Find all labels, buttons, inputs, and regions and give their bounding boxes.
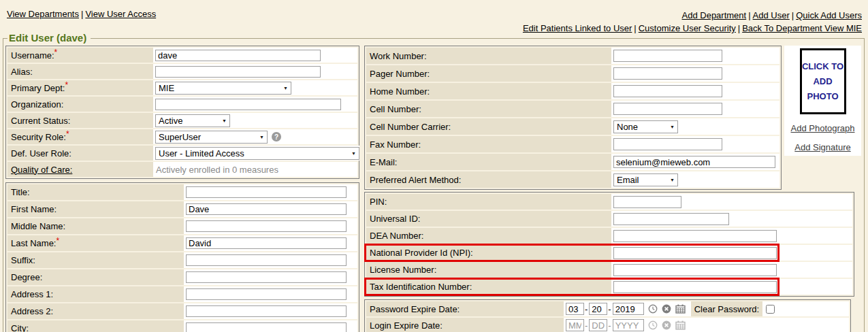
clear-password-label: Clear Password: — [691, 301, 762, 316]
first-name-label: First Name: — [11, 204, 57, 214]
help-icon[interactable]: ? — [272, 132, 281, 142]
required-marker: * — [56, 236, 59, 246]
home-number-input[interactable] — [613, 85, 722, 97]
city-input[interactable] — [186, 322, 347, 332]
work-number-input[interactable] — [613, 50, 722, 62]
cell-carrier-select[interactable]: None▼ — [613, 120, 678, 133]
title-input[interactable] — [186, 186, 347, 198]
pager-number-input[interactable] — [613, 67, 722, 80]
form-row-cell-number: Cell Number: — [366, 101, 779, 117]
date-separator: - — [585, 320, 588, 331]
password-expire-day-input[interactable] — [589, 303, 607, 315]
chevron-down-icon: ▼ — [222, 118, 227, 123]
add-photograph-link[interactable]: Add Photograph — [791, 123, 855, 133]
calendar-icon[interactable] — [675, 320, 686, 330]
login-expire-year-input[interactable] — [613, 319, 644, 331]
clear-date-icon[interactable] — [662, 320, 671, 330]
first-name-input[interactable] — [186, 203, 347, 215]
form-row-security-role: Security Role:* SuperUser▼? — [7, 129, 357, 144]
email-field[interactable] — [613, 156, 775, 168]
form-row-tax-id: Tax Identification Number: — [366, 279, 852, 295]
alert-method-select[interactable]: Email▼ — [613, 173, 678, 186]
current-status-select[interactable]: Active▼ — [155, 114, 230, 127]
pin-input[interactable] — [613, 196, 681, 208]
pin-label: PIN: — [370, 197, 387, 207]
add-signature-link[interactable]: Add Signature — [794, 142, 850, 152]
required-marker: * — [65, 80, 68, 90]
security-role-select[interactable]: SuperUser▼ — [155, 131, 268, 144]
tax-id-label: Tax Identification Number: — [370, 282, 472, 292]
last-name-input[interactable] — [186, 237, 347, 249]
form-row-organization: Organization: — [7, 97, 357, 112]
form-row-fax-number: Fax Number: — [366, 136, 779, 152]
fax-number-input[interactable] — [613, 138, 722, 150]
link-view-departments[interactable]: View Departments — [7, 9, 79, 19]
work-number-label: Work Number: — [370, 51, 427, 61]
date-separator: - — [585, 304, 588, 314]
page-title: Edit User (dave) — [7, 32, 91, 44]
clear-password-checkbox[interactable] — [766, 305, 775, 314]
license-number-input[interactable] — [613, 264, 777, 276]
npi-label: National Provider Id (NPI): — [370, 248, 473, 258]
link-back-to-department-view[interactable]: Back To Department View MIE — [742, 23, 862, 33]
primary-dept-select[interactable]: MIE▼ — [155, 82, 291, 95]
link-quick-add-users[interactable]: Quick Add Users — [796, 10, 862, 20]
email-label: E-Mail: — [370, 157, 397, 167]
edit-user-panel: Edit User (dave) Username:* Alias: Prima… — [3, 38, 865, 332]
link-edit-patients-linked[interactable]: Edit Patients Linked to User — [523, 23, 632, 33]
link-add-department[interactable]: Add Department — [682, 10, 747, 20]
degree-label: Degree: — [11, 272, 42, 282]
address1-input[interactable] — [186, 288, 347, 300]
left-column: Username:* Alias: Primary Dept:* MIE▼ Or… — [5, 46, 361, 332]
quality-of-care-link[interactable]: Quality of Care: — [11, 165, 72, 175]
address1-label: Address 1: — [11, 289, 53, 299]
login-expire-month-input[interactable] — [566, 319, 584, 331]
current-status-label: Current Status: — [11, 116, 70, 126]
username-input[interactable] — [155, 50, 321, 61]
nav-right-row2: Edit Patients Linked to User|Customize U… — [523, 22, 862, 35]
add-photo-placeholder[interactable]: CLICK TO ADD PHOTO — [800, 48, 846, 114]
organization-label: Organization: — [11, 99, 63, 110]
alias-input[interactable] — [155, 66, 321, 78]
nav-right: Add Department|Add User|Quick Add Users … — [523, 9, 862, 35]
identifiers-table: PIN: Universal ID: DEA Number: National … — [364, 192, 854, 297]
chevron-down-icon: ▼ — [670, 124, 675, 129]
account-table: Username:* Alias: Primary Dept:* MIE▼ Or… — [5, 46, 359, 179]
form-row-work-number: Work Number: — [366, 48, 779, 64]
clock-icon[interactable] — [648, 320, 658, 330]
middle-name-input[interactable] — [186, 220, 347, 232]
link-customize-user-security[interactable]: Customize User Security — [639, 23, 736, 33]
clear-date-icon[interactable] — [662, 304, 671, 314]
separator: | — [748, 10, 750, 20]
password-expire-year-input[interactable] — [613, 303, 644, 315]
universal-id-input[interactable] — [613, 213, 729, 225]
form-row-first-name: First Name: — [7, 201, 357, 217]
calendar-icon[interactable] — [675, 304, 686, 314]
form-row-email: E-Mail: — [366, 154, 779, 170]
clock-icon[interactable] — [648, 304, 658, 314]
form-row-username: Username:* — [7, 48, 357, 63]
link-add-user[interactable]: Add User — [753, 10, 790, 20]
password-expire-month-input[interactable] — [566, 303, 584, 315]
form-row-universal-id: Universal ID: — [366, 211, 852, 227]
dea-number-input[interactable] — [613, 230, 777, 242]
address2-input[interactable] — [186, 305, 347, 317]
cell-number-input[interactable] — [613, 103, 722, 115]
separator: | — [81, 9, 83, 19]
login-expire-day-input[interactable] — [589, 319, 607, 331]
def-user-role-select[interactable]: User - Limited Access▼ — [155, 147, 359, 160]
security-role-label: Security Role: — [11, 132, 66, 142]
address2-label: Address 2: — [11, 306, 53, 316]
suffix-input[interactable] — [186, 254, 347, 266]
tax-id-input[interactable] — [613, 281, 777, 293]
link-view-user-access[interactable]: View User Access — [85, 9, 156, 19]
right-column: Work Number: Pager Number: Home Number: … — [364, 46, 865, 332]
top-navigation: View Departments|View User Access Add De… — [7, 9, 862, 35]
form-row-pin: PIN: — [366, 194, 852, 210]
organization-input[interactable] — [155, 99, 341, 110]
degree-input[interactable] — [186, 271, 347, 283]
npi-input[interactable] — [613, 247, 777, 259]
cell-number-label: Cell Number: — [370, 104, 421, 114]
required-marker: * — [66, 129, 69, 139]
universal-id-label: Universal ID: — [370, 214, 420, 224]
